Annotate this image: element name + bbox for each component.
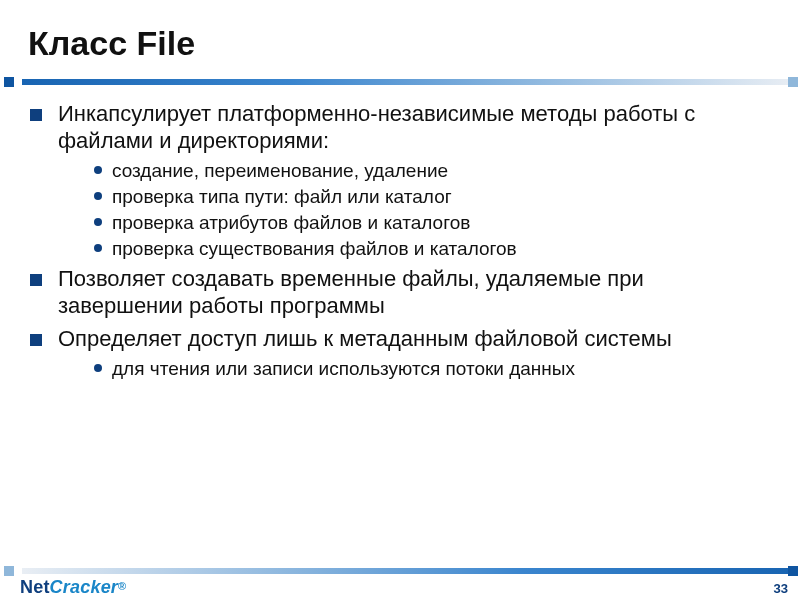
- bullet-text: Позволяет создавать временные файлы, уда…: [58, 266, 644, 318]
- sub-bullet-text: проверка атрибутов файлов и каталогов: [112, 212, 470, 233]
- divider-right-square-icon: [788, 77, 798, 87]
- sub-bullet-text: проверка типа пути: файл или каталог: [112, 186, 452, 207]
- page-number: 33: [774, 581, 788, 596]
- sub-bullet-list: создание, переименование, удаление прове…: [58, 159, 772, 261]
- sub-bullet-item: проверка типа пути: файл или каталог: [58, 185, 772, 208]
- logo: NetCracker®: [20, 577, 126, 598]
- bullet-list: Инкапсулирует платформенно-независимые м…: [28, 101, 772, 380]
- bullet-item: Инкапсулирует платформенно-независимые м…: [28, 101, 772, 260]
- content-area: Инкапсулирует платформенно-независимые м…: [0, 101, 800, 380]
- sub-bullet-item: создание, переименование, удаление: [58, 159, 772, 182]
- divider-gradient: [22, 79, 794, 85]
- sub-bullet-text: создание, переименование, удаление: [112, 160, 448, 181]
- divider-left-square-icon: [4, 77, 14, 87]
- sub-bullet-list: для чтения или записи используются поток…: [58, 357, 772, 380]
- sub-bullet-text: для чтения или записи используются поток…: [112, 358, 575, 379]
- title-divider: [0, 75, 800, 89]
- footer-gradient: [22, 568, 794, 574]
- logo-part2: Cracker: [50, 577, 118, 597]
- sub-bullet-text: проверка существования файлов и каталого…: [112, 238, 517, 259]
- footer-right-square-icon: [788, 566, 798, 576]
- bullet-text: Определяет доступ лишь к метаданным файл…: [58, 326, 672, 351]
- bullet-text: Инкапсулирует платформенно-независимые м…: [58, 101, 695, 153]
- sub-bullet-item: для чтения или записи используются поток…: [58, 357, 772, 380]
- bullet-item: Позволяет создавать временные файлы, уда…: [28, 266, 772, 320]
- sub-bullet-item: проверка существования файлов и каталого…: [58, 237, 772, 260]
- footer: NetCracker® 33: [0, 560, 800, 600]
- logo-registered-icon: ®: [118, 580, 126, 592]
- sub-bullet-item: проверка атрибутов файлов и каталогов: [58, 211, 772, 234]
- logo-part1: Net: [20, 577, 50, 597]
- slide: Класс File Инкапсулирует платформенно-не…: [0, 0, 800, 600]
- page-title: Класс File: [0, 0, 800, 69]
- bullet-item: Определяет доступ лишь к метаданным файл…: [28, 326, 772, 380]
- footer-left-square-icon: [4, 566, 14, 576]
